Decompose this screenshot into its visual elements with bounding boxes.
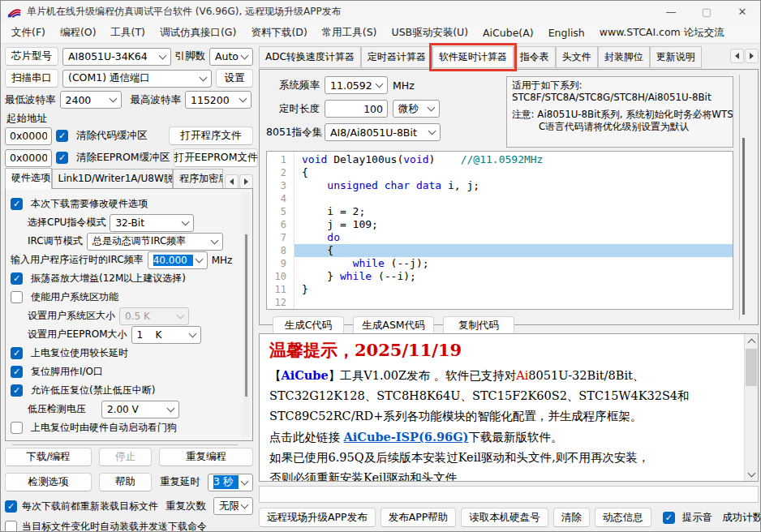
- menu-item-aicube[interactable]: AiCube(A): [475, 24, 541, 41]
- app-window: 单片机在线升级编程仿真调试平台软件 (V6.96G), 远程现场升级APP发布 …: [0, 0, 761, 532]
- menu-item-english[interactable]: English: [541, 24, 592, 41]
- open-eeprom-button[interactable]: 打开EEPROM文件: [174, 148, 258, 167]
- com-port-select[interactable]: (COM1) 通信端口: [62, 70, 212, 88]
- code-line: 12: [267, 296, 733, 309]
- left-tabs-scroll-left-button[interactable]: [225, 174, 239, 189]
- chevron-down-icon: [241, 51, 249, 59]
- max-baud-label: 最高波特率: [131, 93, 182, 107]
- chevron-down-icon: [188, 329, 196, 337]
- chip-model-select[interactable]: AI8051U-34K64: [62, 48, 171, 66]
- check-options-button[interactable]: 检测选项: [5, 473, 92, 491]
- modify-hw-checkbox[interactable]: [11, 198, 23, 210]
- aicube-isp-download-link[interactable]: AiCube-ISP(6.96G): [344, 430, 469, 444]
- maximize-button[interactable]: ▢: [689, 1, 724, 23]
- notice-scrollbar[interactable]: [744, 334, 758, 481]
- menu-item-downloads[interactable]: 资料下载(D): [243, 24, 314, 42]
- chip-model-button[interactable]: 芯片型号: [5, 47, 58, 66]
- right-tabs-scroll-left-button[interactable]: [730, 49, 744, 63]
- lvd-voltage-select[interactable]: 2.00 V: [101, 401, 179, 418]
- osc-gain-checkbox[interactable]: [11, 272, 23, 285]
- tab-program-encrypt[interactable]: 程序加密后: [173, 169, 223, 189]
- menu-item-usb-driver[interactable]: USB驱动安装(U): [384, 24, 475, 42]
- menu-item-file[interactable]: 文件(F): [4, 24, 53, 42]
- chevron-down-icon: [376, 80, 384, 88]
- copy-code-button[interactable]: 复制代码: [443, 316, 514, 335]
- user-sysarea-checkbox[interactable]: [11, 291, 23, 303]
- generate-c-code-button[interactable]: 生成C代码: [273, 316, 344, 335]
- help-button[interactable]: 帮助: [99, 473, 152, 491]
- reload-target-checkbox[interactable]: [5, 500, 17, 513]
- system-freq-select[interactable]: 11.0592: [325, 76, 388, 94]
- right-tab-strip: ADC转换速度计算器 定时器计算器 软件延时计算器 指令表 头文件 封装脚位 更…: [259, 47, 759, 67]
- time-unit-select[interactable]: 微秒: [393, 100, 440, 118]
- min-baud-select[interactable]: 2400: [60, 91, 122, 109]
- eeprom-size-select[interactable]: 1 K: [131, 326, 201, 344]
- scroll-up-button[interactable]: [745, 334, 758, 348]
- autoload-on-change-checkbox[interactable]: [5, 521, 17, 532]
- clear-eeprom-checkbox[interactable]: [56, 152, 68, 164]
- cpu-mode-select[interactable]: 32-Bit: [110, 214, 194, 232]
- menu-item-debug-interface[interactable]: 调试仿真接口(G): [153, 24, 243, 42]
- tab-instruction-table[interactable]: 指令表: [514, 46, 556, 68]
- repeat-count-select[interactable]: 无限: [213, 497, 253, 515]
- remote-app-publish-button[interactable]: 远程现场升级APP发布: [259, 508, 376, 527]
- lvr-enable-checkbox[interactable]: [11, 384, 23, 397]
- tab-adc-speed-calculator[interactable]: ADC转换速度计算器: [259, 46, 361, 68]
- beep-checkbox[interactable]: [663, 512, 675, 524]
- tab-software-delay-calculator[interactable]: 软件延时计算器: [432, 46, 514, 68]
- tab-offline-download[interactable]: Link1D/Writer1A/U8W脱机: [52, 169, 173, 189]
- menu-item-website[interactable]: www.STCAI.com 论坛交流: [592, 24, 732, 42]
- hw-watchdog-checkbox[interactable]: [11, 422, 23, 434]
- generate-asm-code-button[interactable]: 生成ASM代码: [353, 316, 434, 335]
- left-tabs-scroll-right-button[interactable]: [239, 174, 253, 189]
- repeat-program-button[interactable]: 重复编程: [159, 448, 253, 466]
- tab-timer-calculator[interactable]: 定时器计算器: [361, 46, 432, 68]
- reset-pin-io-checkbox[interactable]: [11, 366, 23, 378]
- scrollbar-thumb[interactable]: [746, 349, 757, 386]
- stop-button[interactable]: 停止: [99, 448, 152, 466]
- menu-item-tools[interactable]: 工具(T): [104, 24, 153, 42]
- minimize-button[interactable]: —: [653, 1, 689, 23]
- eeprom-address-input[interactable]: [5, 149, 52, 167]
- clear-button[interactable]: 清除: [553, 508, 590, 527]
- irc-mode-select[interactable]: 总是动态调节IRC频率: [87, 233, 223, 251]
- long-por-delay-checkbox[interactable]: [11, 347, 23, 359]
- clear-code-checkbox[interactable]: [56, 130, 68, 142]
- chevron-down-icon: [241, 501, 249, 509]
- port-settings-button[interactable]: 设置: [216, 69, 253, 88]
- scrollbar-thumb[interactable]: [742, 138, 745, 315]
- irc-freq-select[interactable]: 40.000: [148, 251, 208, 269]
- close-button[interactable]: ✕: [724, 1, 760, 23]
- repeat-count-label: 重复次数: [166, 500, 206, 513]
- tab-package-pinout[interactable]: 封装脚位: [598, 46, 650, 68]
- open-program-button[interactable]: 打开程序文件: [169, 127, 253, 145]
- notice-line: 否则必须重新安装Keil驱动和头文件: [269, 468, 746, 482]
- tab-update-notes[interactable]: 更新说明: [650, 46, 702, 68]
- tab-header-files[interactable]: 头文件: [556, 46, 598, 68]
- repeat-delay-select[interactable]: 3 秒: [208, 474, 253, 491]
- code-line: 10 } while (--i);: [267, 270, 733, 283]
- calculator-scrollbar[interactable]: [739, 75, 752, 320]
- right-tabs-scroll-right-button[interactable]: [745, 49, 759, 63]
- instruction-set-select[interactable]: AI8/Ai8051U-8Bit: [325, 123, 441, 141]
- timer-length-input[interactable]: [325, 100, 388, 118]
- download-program-button[interactable]: 下载/编程: [5, 448, 92, 466]
- info-line: 适用于如下系列:: [512, 79, 728, 92]
- publish-app-help-button[interactable]: 发布APP帮助: [380, 508, 457, 527]
- sysarea-size-select[interactable]: 0.5 K: [119, 307, 189, 325]
- hardware-options-scrollbar[interactable]: [243, 192, 250, 437]
- scroll-down-button[interactable]: [745, 467, 758, 481]
- max-baud-select[interactable]: 115200: [185, 91, 252, 109]
- delay-calculator-panel: 系统频率 11.0592 MHz 定时长度 微秒: [259, 69, 759, 325]
- scan-port-button[interactable]: 扫描串口: [5, 69, 58, 88]
- tab-hardware-options[interactable]: 硬件选项: [5, 168, 52, 189]
- pin-count-select[interactable]: Auto: [209, 48, 253, 66]
- code-address-input[interactable]: [5, 127, 52, 145]
- start-address-label: 起始地址: [6, 112, 253, 126]
- menu-item-program[interactable]: 编程(O): [53, 24, 104, 42]
- menu-item-common-tools[interactable]: 常用工具(S): [315, 24, 385, 42]
- code-editor[interactable]: 1 void Delay100us(void) //@11.0592MHz 2 …: [266, 151, 733, 310]
- read-disk-id-button[interactable]: 读取本机硬盘号: [461, 508, 548, 527]
- scrollbar-thumb[interactable]: [245, 234, 247, 397]
- dynamic-info-button[interactable]: 动态信息: [595, 508, 651, 527]
